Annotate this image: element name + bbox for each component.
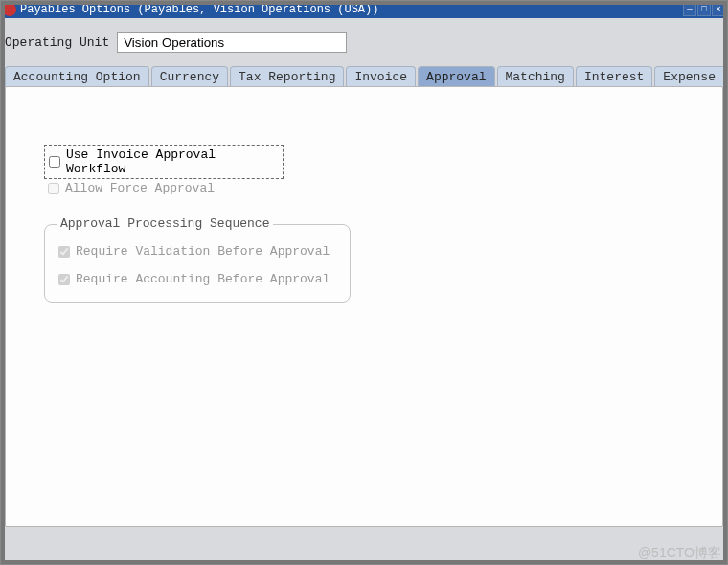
close-button[interactable]: × <box>712 3 725 16</box>
operating-unit-row: Operating Unit <box>5 24 723 66</box>
oracle-icon <box>3 3 16 16</box>
tab-matching[interactable]: Matching <box>497 66 574 87</box>
tab-currency[interactable]: Currency <box>151 66 228 87</box>
tab-expense-report[interactable]: Expense Report <box>654 66 728 87</box>
require-validation-checkbox <box>58 246 70 258</box>
window-title: Payables Options (Payables, Vision Opera… <box>20 3 682 16</box>
operating-unit-field[interactable] <box>117 32 347 53</box>
require-accounting-checkbox <box>58 274 70 285</box>
require-accounting-label: Require Accounting Before Approval <box>76 272 330 286</box>
allow-force-row: Allow Force Approval <box>44 179 284 197</box>
use-invoice-approval-workflow-checkbox[interactable] <box>49 156 60 168</box>
tab-invoice[interactable]: Invoice <box>346 66 416 87</box>
approval-panel: Use Invoice Approval Workflow Allow Forc… <box>5 86 723 527</box>
titlebar: Payables Options (Payables, Vision Opera… <box>1 1 727 18</box>
tab-tax-reporting[interactable]: Tax Reporting <box>230 66 344 87</box>
approval-processing-sequence-group: Approval Processing Sequence Require Val… <box>44 224 351 303</box>
minimize-button[interactable]: — <box>683 3 696 16</box>
require-validation-row: Require Validation Before Approval <box>58 242 336 260</box>
tab-approval[interactable]: Approval <box>418 66 494 87</box>
use-invoice-approval-workflow-label: Use Invoice Approval Workflow <box>66 147 279 176</box>
operating-unit-label: Operating Unit <box>5 35 109 50</box>
window-content: Operating Unit Accounting Option Currenc… <box>1 18 727 564</box>
approval-processing-sequence-title: Approval Processing Sequence <box>57 216 273 231</box>
allow-force-approval-checkbox <box>48 183 59 194</box>
require-accounting-row: Require Accounting Before Approval <box>58 270 336 288</box>
allow-force-approval-label: Allow Force Approval <box>65 181 215 195</box>
tabstrip: Accounting Option Currency Tax Reporting… <box>5 66 723 87</box>
restore-button[interactable]: □ <box>697 3 711 16</box>
watermark: @51CTO博客 <box>638 545 721 562</box>
tab-accounting-option[interactable]: Accounting Option <box>5 66 149 87</box>
use-workflow-row: Use Invoice Approval Workflow <box>44 145 284 179</box>
tab-interest[interactable]: Interest <box>576 66 652 87</box>
require-validation-label: Require Validation Before Approval <box>76 244 330 259</box>
